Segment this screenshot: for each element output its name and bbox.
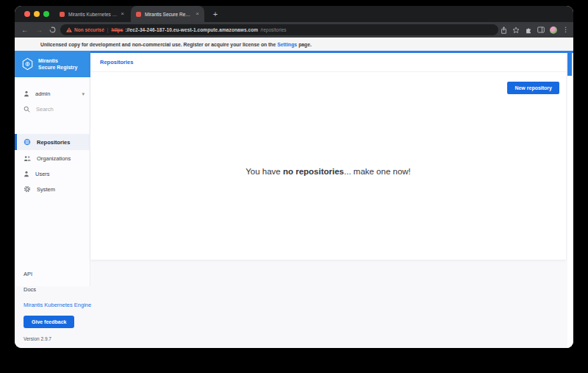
- sidebar-item-users[interactable]: Users: [15, 166, 90, 182]
- mirantis-kubernetes-engine-link[interactable]: Mirantis Kubernetes Engine: [24, 302, 91, 308]
- give-feedback-button[interactable]: Give feedback: [24, 316, 74, 328]
- bookmark-star-icon[interactable]: [512, 26, 520, 34]
- url-host: ://ec2-34-246-187-10.eu-west-1.compute.a…: [125, 27, 258, 32]
- scrollbar-track[interactable]: [567, 53, 572, 348]
- sidebar-item-label: System: [37, 186, 55, 193]
- msr-hexagon-logo-icon: [21, 57, 34, 71]
- brand-line1: Mirantis: [38, 58, 58, 63]
- breadcrumb-bar: Repositories: [90, 53, 566, 72]
- gear-icon: [24, 185, 31, 193]
- brand-line2: Secure Registry: [38, 65, 77, 70]
- url-scheme: https: [112, 27, 123, 32]
- repositories-page: Repositories New repository You have no …: [90, 53, 566, 260]
- sidebar-search[interactable]: [15, 102, 90, 117]
- sidebar-item-repositories[interactable]: Repositories: [15, 134, 90, 150]
- license-banner-text: Unlicensed copy for development and non-…: [40, 42, 276, 47]
- browser-menu-icon[interactable]: ⋮: [562, 26, 569, 33]
- back-icon[interactable]: ←: [21, 26, 29, 34]
- toolbar-right-icons: ⋮: [501, 22, 569, 38]
- empty-pre: You have: [245, 167, 283, 176]
- version-label: Version 2.9.7: [24, 336, 51, 341]
- reload-icon[interactable]: [49, 26, 56, 33]
- not-secure-warning-icon: [66, 27, 72, 32]
- search-input[interactable]: [36, 106, 79, 113]
- not-secure-label: Non sécurisé: [74, 27, 104, 32]
- desktop-background: Mirantis Kubernetes Engine × Mirantis Se…: [0, 0, 588, 373]
- chevron-down-icon: ▾: [82, 91, 85, 97]
- sidebar-item-system[interactable]: System: [15, 181, 90, 197]
- empty-bold: no repositories: [283, 167, 344, 176]
- mke-favicon-icon: [60, 12, 65, 17]
- sidebar-item-label: Users: [35, 171, 50, 177]
- close-window-button[interactable]: [24, 11, 30, 17]
- repositories-icon: [24, 138, 31, 146]
- account-name: admin: [35, 90, 50, 97]
- docs-link[interactable]: Docs: [24, 286, 36, 293]
- msr-favicon-icon: [136, 12, 141, 17]
- users-icon: [24, 171, 29, 177]
- tab-close-icon[interactable]: ×: [121, 11, 124, 17]
- forward-icon[interactable]: →: [35, 26, 43, 34]
- sidebar-item-organizations[interactable]: Organizations: [15, 150, 90, 166]
- tab-mirantis-secure-registry[interactable]: Mirantis Secure Registry ×: [131, 6, 204, 22]
- search-icon: [24, 106, 30, 113]
- brand-header: Mirantis Secure Registry: [15, 51, 90, 77]
- browser-toolbar: ← → Non sécurisé | https ://ec2-34-246-1…: [15, 22, 573, 38]
- settings-link[interactable]: Settings: [276, 42, 298, 47]
- msr-app: Mirantis Secure Registry admin ▾: [15, 51, 573, 348]
- new-repository-button[interactable]: New repository: [507, 82, 559, 94]
- account-menu[interactable]: admin ▾: [15, 86, 90, 102]
- license-banner: Unlicensed copy for development and non-…: [15, 38, 573, 51]
- license-banner-text-after: page.: [298, 42, 312, 47]
- browser-window: Mirantis Kubernetes Engine × Mirantis Se…: [15, 6, 573, 348]
- api-link[interactable]: API: [24, 271, 32, 277]
- tab-strip: Mirantis Kubernetes Engine × Mirantis Se…: [15, 6, 573, 22]
- sidebar-item-label: Organizations: [37, 155, 71, 162]
- profile-avatar[interactable]: [550, 26, 557, 34]
- side-panel-icon[interactable]: [537, 26, 545, 33]
- sidebar-item-label: Repositories: [37, 139, 70, 146]
- empty-state-message: You have no repositories... make one now…: [90, 167, 566, 176]
- address-bar[interactable]: Non sécurisé | https ://ec2-34-246-187-1…: [60, 24, 498, 35]
- tab-label: Mirantis Kubernetes Engine: [68, 12, 117, 17]
- scrollbar-thumb[interactable]: [567, 53, 572, 76]
- url-path: /repositories: [260, 27, 286, 32]
- sidebar-body: admin ▾ Repositories: [15, 77, 90, 286]
- empty-post: ... make one now!: [344, 167, 411, 176]
- organizations-icon: [24, 155, 31, 162]
- tab-close-icon[interactable]: ×: [196, 11, 199, 17]
- brand-name: Mirantis Secure Registry: [38, 57, 77, 71]
- breadcrumb[interactable]: Repositories: [100, 59, 133, 65]
- new-tab-button[interactable]: +: [210, 9, 220, 19]
- user-icon: [24, 90, 29, 97]
- address-separator: |: [107, 27, 110, 32]
- maximize-window-button[interactable]: [43, 11, 49, 17]
- extensions-puzzle-icon[interactable]: [525, 26, 532, 34]
- tab-label: Mirantis Secure Registry: [145, 12, 192, 17]
- tab-mirantis-kubernetes-engine[interactable]: Mirantis Kubernetes Engine ×: [54, 6, 129, 22]
- minimize-window-button[interactable]: [34, 11, 40, 17]
- share-icon[interactable]: [501, 26, 507, 34]
